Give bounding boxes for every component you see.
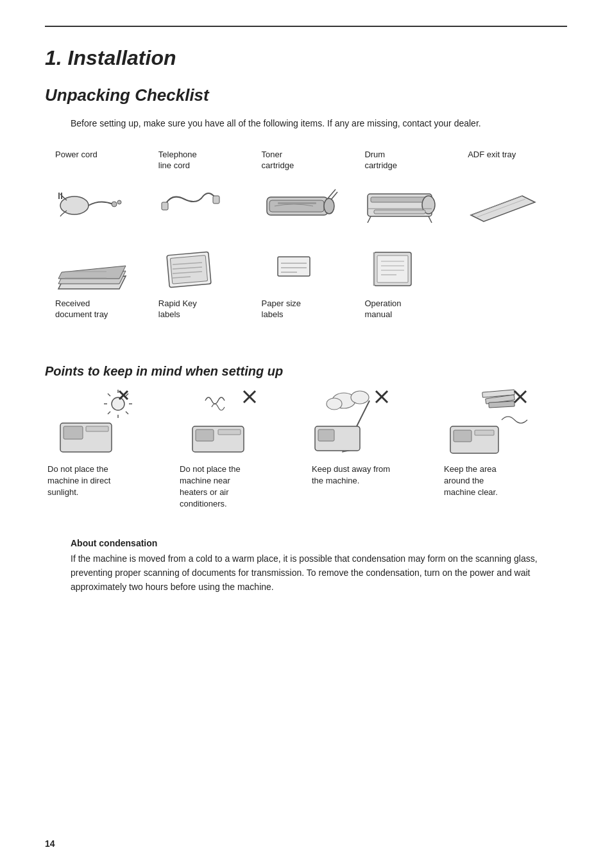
item-label-paper-size-labels-cell: Paper sizelabels <box>258 299 361 326</box>
document-tray-icon <box>55 247 151 292</box>
svg-point-1 <box>112 202 117 207</box>
item-image-adf-exit-tray-cell <box>464 183 567 228</box>
item-label-rapid-key-labels: Rapid Keylabels <box>158 299 197 320</box>
checklist-row1-images <box>51 183 567 228</box>
about-condensation-text: If the machine is moved from a cold to a… <box>71 552 567 594</box>
svg-line-41 <box>108 394 110 396</box>
svg-rect-8 <box>269 200 324 212</box>
keep-clear-icon <box>444 388 565 458</box>
svg-rect-65 <box>475 430 494 435</box>
item-label-telephone-cord: Telephoneline cord <box>158 150 197 171</box>
svg-rect-57 <box>318 430 334 441</box>
point-label-no-dust: Keep dust away fromthe machine. <box>312 464 390 487</box>
no-sunlight-icon <box>47 388 168 458</box>
svg-line-42 <box>126 412 128 414</box>
page: 1. Installation Unpacking Checklist Befo… <box>0 0 612 868</box>
svg-rect-6 <box>213 196 219 204</box>
item-label-operation-manual-cell: Operationmanual <box>361 299 464 326</box>
svg-rect-15 <box>374 210 425 214</box>
item-image-document-tray-cell <box>51 247 155 292</box>
section1-title: Unpacking Checklist <box>45 85 567 105</box>
item-label-drum-cartridge: Drumcartridge <box>364 150 397 171</box>
item-label-operation-manual: Operationmanual <box>364 299 401 320</box>
item-cell-empty2 <box>464 299 567 326</box>
item-cell-drum-cartridge: Drumcartridge <box>361 150 464 177</box>
checklist-row2-labels: Receiveddocument tray Rapid Keylabels Pa… <box>51 299 567 326</box>
point-cell-no-heater: Do not place themachine nearheaters or a… <box>177 388 303 510</box>
svg-point-2 <box>117 200 121 204</box>
svg-rect-35 <box>86 426 108 431</box>
item-label-paper-size-labels: Paper sizelabels <box>262 299 301 320</box>
svg-point-53 <box>351 391 369 404</box>
item-label-adf-exit-tray: ADF exit tray <box>468 150 516 170</box>
adf-exit-tray-icon <box>468 183 563 228</box>
points-grid: Do not place themachine in directsunligh… <box>45 388 567 510</box>
svg-rect-22 <box>278 257 310 276</box>
checklist-row2-images <box>51 247 567 292</box>
item-cell-empty <box>464 247 567 292</box>
svg-rect-64 <box>454 430 472 442</box>
paper-size-labels-icon <box>262 247 357 292</box>
svg-rect-12 <box>371 197 429 202</box>
item-cell-adf-exit-tray: ADF exit tray <box>464 150 567 177</box>
intro-text: Before setting up, make sure you have al… <box>71 117 567 130</box>
item-image-toner-cartridge-cell <box>258 183 361 228</box>
operation-manual-icon <box>364 247 460 292</box>
item-image-operation-manual-cell <box>361 247 464 292</box>
item-image-power-cord-cell <box>51 183 155 228</box>
checklist-row1-labels: Power cord Telephoneline cord Tonercartr… <box>51 150 567 177</box>
about-condensation-title: About condensation <box>71 538 567 548</box>
svg-point-9 <box>324 198 334 214</box>
rapid-key-labels-icon <box>158 247 254 292</box>
item-label-rapid-key-labels-cell: Rapid Keylabels <box>155 299 258 326</box>
svg-rect-48 <box>196 430 214 441</box>
item-image-telephone-cord-cell <box>155 183 258 228</box>
svg-point-36 <box>112 397 124 410</box>
point-cell-no-sunlight: Do not place themachine in directsunligh… <box>45 388 171 510</box>
section2-title: Points to keep in mind when setting up <box>45 364 567 379</box>
item-image-paper-size-labels-cell <box>258 247 361 292</box>
point-cell-keep-clear: Keep the areaaround themachine clear. <box>441 388 567 510</box>
point-label-no-heater: Do not place themachine nearheaters or a… <box>180 464 241 510</box>
about-section: About condensation If the machine is mov… <box>45 538 567 594</box>
item-label-document-tray: Receiveddocument tray <box>55 299 108 320</box>
item-cell-toner-cartridge: Tonercartridge <box>258 150 361 177</box>
svg-rect-10 <box>278 202 316 204</box>
item-cell-power-cord: Power cord <box>51 150 155 177</box>
drum-cartridge-icon <box>364 183 460 228</box>
point-cell-no-dust: Keep dust away fromthe machine. <box>309 388 435 510</box>
svg-rect-17 <box>170 255 207 284</box>
item-image-drum-cartridge-cell <box>361 183 464 228</box>
svg-rect-62 <box>489 401 514 408</box>
toner-cartridge-icon <box>262 183 357 228</box>
chapter-title: 1. Installation <box>45 46 567 70</box>
svg-line-43 <box>126 394 128 396</box>
top-rule <box>45 26 567 27</box>
svg-rect-5 <box>162 202 168 210</box>
item-image-rapid-key-labels-cell <box>155 247 258 292</box>
svg-rect-34 <box>64 426 83 439</box>
svg-rect-27 <box>377 256 408 282</box>
svg-rect-49 <box>218 430 241 435</box>
item-cell-telephone-cord: Telephoneline cord <box>155 150 258 177</box>
power-cord-icon <box>55 183 151 228</box>
no-dust-icon <box>312 388 432 458</box>
svg-line-44 <box>108 412 110 414</box>
no-heater-icon <box>180 388 300 458</box>
point-label-keep-clear: Keep the areaaround themachine clear. <box>444 464 498 499</box>
item-label-power-cord: Power cord <box>55 150 98 170</box>
item-label-toner-cartridge: Tonercartridge <box>262 150 294 171</box>
item-label-document-tray-cell: Receiveddocument tray <box>51 299 155 326</box>
telephone-cord-icon <box>158 183 254 228</box>
page-number: 14 <box>45 838 55 849</box>
svg-point-54 <box>327 398 342 410</box>
point-label-no-sunlight: Do not place themachine in directsunligh… <box>47 464 110 499</box>
